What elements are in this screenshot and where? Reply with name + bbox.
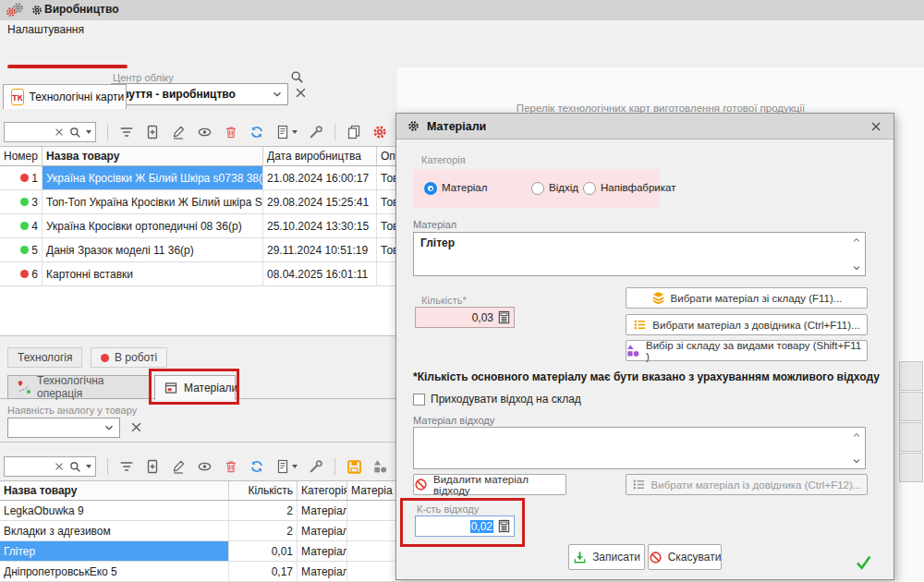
- table-row[interactable]: LegkaObuwka 9 2 Матеріал: [0, 501, 396, 521]
- analog-label: Наявність аналогу у товару: [7, 405, 137, 416]
- radio-semifinished[interactable]: [583, 182, 596, 195]
- tab-tech-cards[interactable]: ТК Технологічні карти: [3, 84, 127, 109]
- table-row[interactable]: 1 Україна Кросівки Ж Білий Шкіра s0738 3…: [0, 166, 396, 190]
- left-panel: Центр обліку За видами товару Взуття - в…: [0, 67, 397, 582]
- col-qty[interactable]: Кількість: [229, 481, 298, 500]
- delete-icon[interactable]: [224, 125, 238, 139]
- delete-icon[interactable]: [224, 459, 238, 474]
- goods-types-icon[interactable]: [373, 459, 388, 474]
- report-icon[interactable]: [275, 459, 298, 474]
- clear-center-icon[interactable]: [294, 86, 308, 100]
- stock-layers-icon: [651, 291, 665, 305]
- search-input[interactable]: [4, 122, 96, 142]
- pick-from-reference-button[interactable]: Вибрати матеріал з довідника (Ctrl+F11).…: [626, 314, 868, 335]
- table-row[interactable]: 3 Топ-Топ Україна Кросівки Ж Білий шкіра…: [0, 190, 396, 214]
- calculator-icon[interactable]: [497, 310, 511, 324]
- table-header-row: Назва товару Кількість Категорія Матеріа: [0, 481, 396, 501]
- edit-icon[interactable]: [171, 459, 186, 474]
- material-field[interactable]: Глітер: [413, 232, 866, 276]
- receive-waste-label: Приходувати відход на склад: [431, 393, 581, 406]
- refresh-icon[interactable]: [249, 125, 264, 139]
- analog-select[interactable]: [7, 418, 120, 438]
- col-desc[interactable]: Опи: [377, 147, 395, 165]
- view-icon[interactable]: [197, 125, 213, 139]
- col-date[interactable]: Дата виробництва: [263, 147, 377, 165]
- filter-icon[interactable]: [119, 125, 134, 139]
- goods-types-icon: [626, 344, 640, 358]
- clear-analog-icon[interactable]: [129, 420, 143, 434]
- clear-icon[interactable]: [54, 461, 65, 472]
- clear-icon[interactable]: [54, 127, 65, 138]
- search-icon[interactable]: [290, 70, 304, 84]
- search-options-caret[interactable]: [86, 130, 91, 134]
- table-row[interactable]: Глітер 0,01 Матеріал: [0, 541, 396, 562]
- report-icon[interactable]: [275, 125, 298, 139]
- window-title: Виробництво: [44, 3, 119, 16]
- menu-settings[interactable]: Налаштування: [7, 23, 84, 36]
- scroll-up-icon[interactable]: [851, 430, 862, 441]
- radio-waste[interactable]: [531, 182, 544, 195]
- col-num[interactable]: Номер: [0, 147, 43, 165]
- category-label: Категорія: [421, 154, 466, 165]
- tools-icon[interactable]: [309, 459, 323, 474]
- list-icon: [632, 478, 646, 491]
- receive-waste-checkbox[interactable]: [413, 394, 425, 406]
- table-row[interactable]: Вкладки з адгезивом 2 Матеріал: [0, 521, 396, 541]
- menu-bar: Налаштування: [0, 20, 924, 42]
- tools-icon[interactable]: [309, 125, 323, 139]
- tab-in-work[interactable]: В роботі: [91, 347, 167, 368]
- quantity-note: *Кількість основного матеріалу має бути …: [413, 370, 880, 383]
- search-input[interactable]: [4, 456, 96, 477]
- table-row[interactable]: ДніпропетровськЕко 5 0,17 Матеріал: [0, 562, 396, 582]
- dialog-header[interactable]: Матеріали: [396, 114, 894, 139]
- search-icon[interactable]: [69, 127, 81, 139]
- tab-label: Технологічні карти: [30, 91, 125, 103]
- col-name[interactable]: Назва товару: [43, 147, 263, 165]
- table-row[interactable]: 4 Україна Кросівки ортопедичні 08 36(р) …: [0, 214, 396, 238]
- view-icon[interactable]: [197, 459, 213, 474]
- quantity-input[interactable]: 0,03: [415, 307, 515, 328]
- col-mat[interactable]: Матеріа: [347, 481, 395, 500]
- window-gear-icon: [31, 5, 43, 16]
- annotation-materials-subtab: [149, 369, 239, 405]
- search-icon[interactable]: [69, 461, 81, 473]
- write-icon: [573, 551, 587, 564]
- radio-material[interactable]: [424, 182, 437, 195]
- close-icon[interactable]: [869, 120, 882, 133]
- quantity-label: Кількість*: [421, 295, 467, 306]
- top-toolbar: [0, 120, 397, 144]
- save-button[interactable]: Записати: [568, 544, 645, 570]
- tab-technology[interactable]: Технологія: [7, 347, 82, 368]
- settings-gear-icon[interactable]: [372, 125, 387, 139]
- table-row[interactable]: 6 Картонні вставки 08.04.2025 16:01:11: [0, 262, 396, 286]
- scroll-up-icon[interactable]: [851, 235, 862, 246]
- in-work-status-dot: [101, 354, 109, 362]
- cancel-button[interactable]: Скасувати: [648, 544, 722, 570]
- refresh-icon[interactable]: [249, 459, 264, 474]
- prohibit-icon: [649, 551, 663, 564]
- add-record-icon[interactable]: [145, 459, 160, 474]
- pick-waste-from-reference-button[interactable]: Вибрати матеріал із довідника (Ctrl+F12)…: [626, 474, 868, 495]
- materials-toolbar: [0, 455, 397, 479]
- scroll-down-icon[interactable]: [851, 262, 862, 273]
- col-cat[interactable]: Категорія: [298, 481, 347, 500]
- delete-waste-material-button[interactable]: Видалити матеріал відходу: [413, 474, 566, 495]
- pick-by-goods-type-button[interactable]: Вибір зі складу за видами товару (Shift+…: [626, 340, 868, 361]
- table-row[interactable]: 5 Данія Зразок моделі 11 36(р) 29.11.202…: [0, 238, 396, 262]
- pick-from-stock-button[interactable]: Вибрати матеріал зі складу (F11)...: [626, 287, 868, 309]
- waste-material-field[interactable]: [413, 427, 866, 469]
- accounting-center-value: Взуття - виробництво: [116, 88, 271, 101]
- save-icon[interactable]: [346, 459, 362, 475]
- filter-icon[interactable]: [119, 459, 134, 474]
- material-label: Матеріал: [413, 219, 456, 230]
- accounting-center-select[interactable]: Взуття - виробництво: [111, 83, 288, 105]
- copy-icon[interactable]: [346, 125, 361, 139]
- scroll-down-icon[interactable]: [851, 455, 862, 467]
- status-dot: [20, 174, 29, 182]
- tech-cards-table: Номер Назва товару Дата виробництва Опи …: [0, 146, 396, 336]
- subtab-tech-operation[interactable]: Технологічна операція: [7, 375, 150, 399]
- add-record-icon[interactable]: [145, 125, 160, 139]
- search-options-caret[interactable]: [86, 465, 91, 468]
- edit-icon[interactable]: [171, 125, 186, 139]
- col-name[interactable]: Назва товару: [0, 481, 229, 500]
